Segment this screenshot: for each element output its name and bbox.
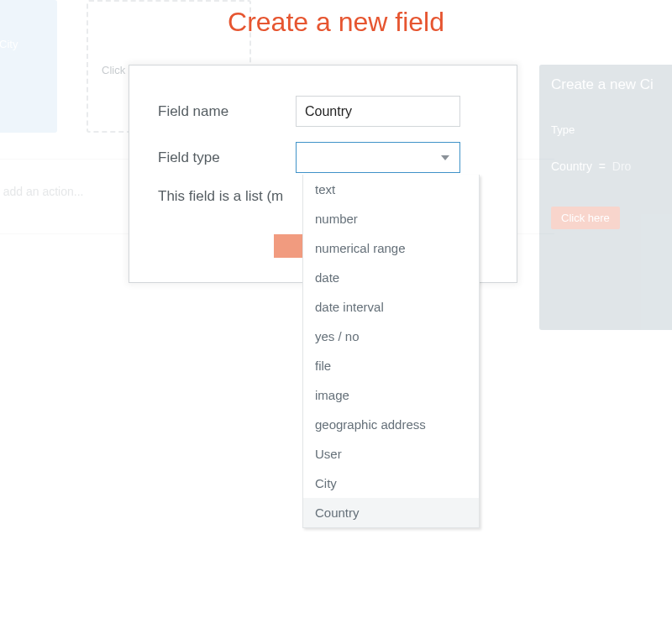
- bg-right-title: Create a new Ci: [551, 76, 670, 93]
- bg-action-strip-text: o add an action...: [0, 185, 83, 198]
- chevron-down-icon: [441, 155, 449, 160]
- dropdown-item[interactable]: number: [303, 204, 479, 233]
- field-name-input[interactable]: [296, 96, 460, 127]
- dropdown-item[interactable]: file: [303, 351, 479, 380]
- dropdown-item[interactable]: User: [303, 439, 479, 469]
- dropdown-item[interactable]: geographic address: [303, 410, 479, 439]
- is-list-label: This field is a list (m: [158, 188, 283, 205]
- bg-right-panel: Create a new Ci Type Country = Dro Click…: [539, 65, 672, 330]
- row-field-name: Field name: [158, 96, 493, 127]
- bg-right-click-here: Click here: [551, 207, 620, 229]
- dropdown-item[interactable]: image: [303, 380, 479, 410]
- row-field-type: Field type: [158, 142, 493, 173]
- bg-right-country-val: Dro: [612, 160, 632, 173]
- bg-right-country-row: Country = Dro: [551, 160, 670, 173]
- create-button[interactable]: [274, 234, 302, 258]
- dropdown-item[interactable]: Country: [303, 498, 479, 527]
- dropdown-item[interactable]: date: [303, 263, 479, 292]
- dropdown-item[interactable]: yes / no: [303, 322, 479, 351]
- bg-city-text: is City: [0, 38, 18, 50]
- dropdown-item[interactable]: date interval: [303, 292, 479, 322]
- bg-right-type-label: Type: [551, 123, 670, 136]
- bg-right-country-label: Country: [551, 160, 592, 173]
- dropdown-item[interactable]: City: [303, 469, 479, 498]
- dropdown-item[interactable]: numerical range: [303, 233, 479, 263]
- field-type-dropdown[interactable]: textnumbernumerical rangedatedate interv…: [302, 175, 480, 528]
- dropdown-item[interactable]: text: [303, 175, 479, 204]
- field-type-select[interactable]: [296, 142, 460, 173]
- page-title: Create a new field: [0, 7, 672, 38]
- bg-right-country-eq: =: [599, 160, 606, 173]
- field-name-label: Field name: [158, 103, 296, 120]
- field-type-label: Field type: [158, 149, 296, 166]
